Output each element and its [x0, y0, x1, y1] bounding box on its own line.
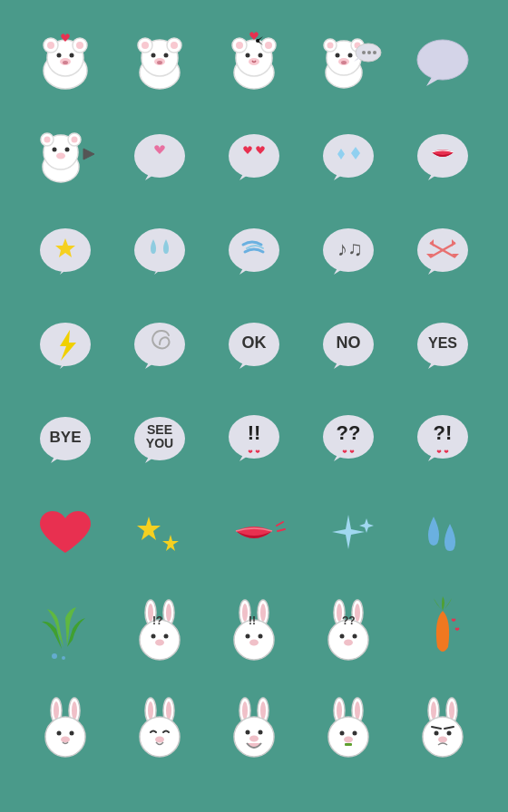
svg-point-26	[246, 53, 250, 58]
svg-point-27	[259, 53, 263, 58]
emoji-grid: ♪♫	[11, 9, 497, 778]
cell-rabbit-glasses[interactable]	[303, 678, 394, 768]
cell-diamonds-sticker[interactable]	[303, 489, 394, 580]
svg-point-136	[148, 701, 153, 720]
cell-bear-bow[interactable]	[209, 18, 299, 109]
cell-bubble-diamonds[interactable]	[303, 112, 394, 203]
cell-carrot-sticker[interactable]	[397, 584, 488, 674]
svg-point-121	[355, 604, 360, 622]
svg-line-96	[277, 522, 283, 526]
svg-point-15	[171, 42, 178, 49]
svg-rect-157	[345, 743, 352, 746]
svg-point-128	[54, 701, 59, 720]
svg-point-98	[52, 653, 57, 659]
svg-point-112	[260, 604, 266, 622]
cell-bubble-drops[interactable]	[114, 207, 205, 297]
cell-bubble-seeyou[interactable]: SEE YOU	[114, 395, 205, 486]
svg-point-16	[151, 53, 156, 58]
svg-point-167	[438, 737, 447, 743]
svg-text:?!: ?!	[434, 421, 453, 444]
svg-point-17	[164, 53, 169, 58]
svg-point-107	[155, 640, 164, 646]
cell-bubble-bye[interactable]: BYE	[20, 395, 111, 486]
cell-bubble-question2[interactable]: ??	[303, 395, 394, 486]
cell-bear-video[interactable]	[20, 112, 111, 203]
svg-point-48	[44, 137, 51, 143]
svg-point-36	[336, 53, 340, 58]
cell-rabbit-angry[interactable]	[397, 678, 488, 768]
svg-point-37	[348, 53, 353, 58]
svg-point-7	[70, 53, 74, 58]
svg-text:YES: YES	[428, 335, 457, 351]
cell-bubble-qexclaim[interactable]: ?!	[397, 395, 488, 486]
svg-point-154	[340, 731, 345, 736]
cell-bubble-lips[interactable]	[397, 112, 488, 203]
svg-point-130	[72, 701, 77, 720]
svg-point-155	[353, 731, 357, 736]
svg-point-55	[134, 134, 185, 178]
svg-point-161	[449, 701, 454, 720]
svg-point-19	[157, 61, 162, 64]
cell-bubble-lightning[interactable]	[20, 301, 111, 392]
cell-rabbit-question[interactable]: ??	[303, 584, 394, 674]
cell-bubble-yes[interactable]: YES	[397, 301, 488, 392]
cell-heart-red[interactable]	[20, 489, 111, 580]
svg-point-29	[256, 39, 259, 43]
svg-text:!?: !?	[152, 614, 162, 627]
svg-point-44	[417, 40, 468, 80]
cell-bubble-empty[interactable]	[397, 18, 488, 109]
cell-bubble-no[interactable]: NO	[303, 301, 394, 392]
svg-text:??: ??	[342, 614, 356, 627]
cell-lips-sticker[interactable]	[209, 489, 299, 580]
svg-point-25	[265, 42, 272, 49]
cell-bubble-bowtie[interactable]	[397, 207, 488, 297]
svg-point-106	[164, 634, 169, 639]
cell-bubble-swirl[interactable]	[114, 301, 205, 392]
cell-bubble-music[interactable]: ♪♫	[303, 207, 394, 297]
cell-bubble-heart[interactable]	[114, 112, 205, 203]
svg-point-23	[236, 42, 243, 49]
cell-rabbit-exclaim[interactable]: !!	[209, 584, 299, 674]
svg-text:YOU: YOU	[146, 436, 173, 450]
svg-point-50	[72, 137, 78, 143]
cell-bear-plain[interactable]	[114, 18, 205, 109]
svg-point-51	[53, 148, 57, 152]
cell-rabbit-happy[interactable]	[114, 678, 205, 768]
cell-bear-love[interactable]	[20, 18, 111, 109]
svg-text:♪♫: ♪♫	[337, 237, 363, 260]
cell-bubble-exclaim2[interactable]: !!	[209, 395, 299, 486]
svg-point-42	[367, 51, 371, 54]
svg-point-13	[142, 42, 149, 49]
svg-text:??: ??	[337, 421, 361, 444]
svg-point-156	[344, 737, 353, 743]
svg-point-133	[70, 731, 74, 736]
cell-rabbit-normal[interactable]	[20, 678, 111, 768]
cell-rabbit-qexclaim[interactable]: !?	[114, 584, 205, 674]
svg-point-152	[355, 701, 360, 720]
svg-point-43	[373, 51, 376, 54]
cell-leaves-sticker[interactable]	[20, 584, 111, 674]
svg-point-5	[76, 42, 83, 49]
svg-point-57	[323, 134, 374, 178]
cell-rabbit-smile[interactable]	[209, 678, 299, 768]
svg-marker-94	[137, 517, 161, 540]
cell-drops-sticker[interactable]	[397, 489, 488, 580]
svg-point-116	[249, 640, 259, 646]
svg-point-159	[431, 701, 436, 720]
cell-bubble-hearts[interactable]	[209, 112, 299, 203]
cell-bubble-star[interactable]	[20, 207, 111, 297]
svg-point-146	[246, 730, 250, 735]
cell-star-yellow[interactable]	[114, 489, 205, 580]
cell-bear-speak[interactable]	[303, 18, 394, 109]
svg-point-164	[447, 731, 452, 736]
svg-point-125	[344, 640, 353, 646]
svg-point-103	[166, 604, 171, 622]
svg-point-99	[62, 656, 65, 660]
cell-bubble-wind[interactable]	[209, 207, 299, 297]
svg-point-53	[56, 153, 65, 160]
svg-point-124	[353, 634, 357, 639]
svg-point-142	[242, 701, 248, 720]
svg-text:OK: OK	[242, 334, 267, 352]
cell-bubble-ok[interactable]: OK	[209, 301, 299, 392]
svg-text:BYE: BYE	[50, 429, 82, 446]
